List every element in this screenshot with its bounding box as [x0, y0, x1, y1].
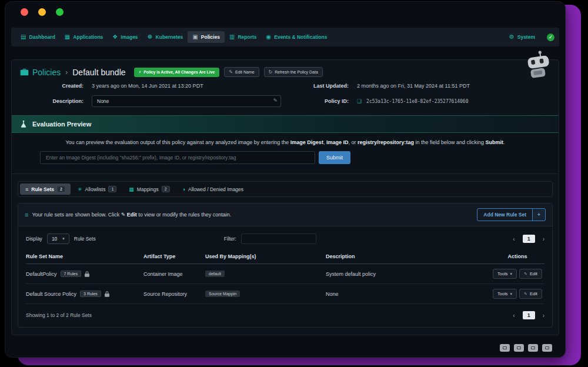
evaluation-preview-header: Evaluation Preview: [12, 115, 559, 133]
filter-input[interactable]: [241, 233, 316, 244]
tab-allowed-denied-label: Allowed / Denied Images: [188, 186, 243, 192]
description-edit-icon[interactable]: ✎: [273, 98, 278, 104]
copy-icon[interactable]: ❏: [357, 98, 362, 104]
display-count-value: 10: [52, 236, 57, 242]
info-text: Your rule sets are shown below. Click ✎ …: [32, 212, 231, 218]
refresh-label: Refresh the Policy Data: [275, 70, 318, 74]
list-icon: ≡: [25, 186, 28, 192]
nav-item-events[interactable]: ◉ Events & Notifications: [262, 31, 332, 43]
rules-count-badge: 3 Rules: [80, 291, 101, 297]
policy-tabs: ≡ Rule Sets 2 ✳ Allowlists 1 ▦ Mappings …: [18, 181, 553, 197]
page-title: Default bundle: [72, 68, 125, 77]
edit-square-icon: ✎: [121, 212, 126, 218]
tab-allowed-denied-images[interactable]: ◑ Allowed / Denied Images: [177, 184, 249, 195]
policy-id-value: 2c53a13c-1765-11e8-82ef-235277614060: [366, 99, 468, 104]
evaluation-preview-title: Evaluation Preview: [32, 121, 91, 128]
edit-name-label: Edit Name: [235, 70, 255, 74]
next-page-icon[interactable]: ›: [543, 312, 544, 319]
rule-sets-table: Rule Set Name Artifact Type Used By Mapp…: [18, 249, 552, 304]
health-check-icon[interactable]: ✓: [547, 34, 554, 41]
policy-id-label: Policy ID:: [285, 98, 349, 104]
footer-widget-icon-4[interactable]: [542, 344, 552, 352]
policies-icon: ▣: [192, 34, 198, 40]
chevron-down-icon: ▾: [510, 292, 513, 296]
image-digest-input[interactable]: [40, 151, 315, 164]
table-controls: Display 10 ▾ Rule Sets Filter: ‹ 1 ›: [18, 226, 552, 249]
breadcrumb-separator: ›: [65, 68, 68, 76]
prev-page-icon[interactable]: ‹: [513, 236, 514, 242]
page-number[interactable]: 1: [523, 235, 535, 243]
tab-mappings[interactable]: ▦ Mappings 2: [123, 184, 175, 195]
col-description: Description: [326, 253, 490, 259]
tools-dropdown-button[interactable]: Tools ▾: [493, 269, 517, 279]
briefcase-icon: [20, 68, 29, 76]
policy-meta: Created: 3 years ago on Mon, 14 Jun 2021…: [12, 82, 559, 115]
rule-set-description: System default policy: [326, 271, 490, 277]
nav-label-images: Images: [121, 34, 138, 40]
nav-item-kubernetes[interactable]: ☸ Kubernetes: [143, 31, 188, 43]
table-footer: Showing 1 to 2 of 2 Rule Sets ‹ 1 ›: [18, 304, 552, 327]
next-page-icon[interactable]: ›: [543, 236, 544, 242]
minimize-button[interactable]: [38, 8, 46, 16]
flask-icon: [20, 120, 27, 128]
kubernetes-icon: ☸: [148, 34, 153, 40]
nav-item-applications[interactable]: ▦ Applications: [60, 31, 108, 43]
description-label: Description:: [20, 98, 83, 104]
page-number[interactable]: 1: [523, 311, 535, 319]
nav-label-dashboard: Dashboard: [29, 34, 55, 40]
add-new-rule-set-button[interactable]: Add New Rule Set +: [477, 208, 546, 221]
footer-widget-icon-3[interactable]: [528, 344, 538, 352]
col-artifact-type: Artifact Type: [143, 253, 205, 259]
rule-set-description: None: [326, 291, 490, 297]
display-count-select[interactable]: 10 ▾: [47, 233, 69, 244]
footer-widget-icon-1[interactable]: [500, 344, 510, 352]
nav-item-images[interactable]: ❖ Images: [108, 31, 142, 43]
mapping-badge: Source Mappin: [205, 291, 240, 297]
tab-rule-sets[interactable]: ≡ Rule Sets 2: [20, 184, 71, 195]
tab-rule-sets-label: Rule Sets: [31, 186, 54, 192]
tab-allowlists-badge: 1: [108, 186, 116, 192]
artifact-type: Source Repository: [143, 291, 205, 297]
nav-item-system[interactable]: ⚙ System: [505, 31, 540, 43]
tab-rule-sets-badge: 2: [57, 186, 65, 192]
zoom-button[interactable]: [56, 8, 64, 16]
refresh-policy-button[interactable]: ↻ Refresh the Policy Data: [264, 67, 323, 77]
policy-panel: Policies › Default bundle ⚡ Policy is Ac…: [11, 59, 559, 335]
lock-icon: [105, 291, 109, 297]
pencil-icon: ✎: [229, 69, 233, 75]
nav-label-policies: Policies: [201, 34, 220, 40]
chevron-down-icon: ▾: [62, 236, 65, 241]
tools-dropdown-button[interactable]: Tools ▾: [493, 289, 517, 299]
nav-item-policies[interactable]: ▣ Policies: [188, 31, 225, 43]
policy-active-badge[interactable]: ⚡ Policy is Active, All Changes Are Live: [134, 68, 220, 77]
mascot-robot-image: [516, 50, 553, 81]
edit-rule-set-button[interactable]: ✎ Edit: [519, 289, 542, 299]
close-button[interactable]: [21, 8, 28, 16]
add-new-rule-set-label: Add New Rule Set: [477, 209, 532, 221]
app-window: ▤ Dashboard ▦ Applications ❖ Images ☸ Ku…: [5, 1, 566, 358]
breadcrumb-policies[interactable]: Policies: [20, 68, 61, 77]
rule-sets-info-bar: ≡ Your rule sets are shown below. Click …: [18, 203, 552, 226]
plus-icon: +: [532, 209, 545, 221]
col-actions: Actions: [490, 253, 544, 259]
submit-button[interactable]: Submit: [319, 151, 350, 164]
policy-header-row: Policies › Default bundle ⚡ Policy is Ac…: [12, 60, 559, 82]
nav-item-reports[interactable]: ▥ Reports: [225, 31, 262, 43]
nav-item-dashboard[interactable]: ▤ Dashboard: [16, 31, 60, 43]
rules-count-badge: 7 Rules: [61, 271, 82, 277]
pagination-bottom: ‹ 1 ›: [513, 311, 544, 319]
edit-rule-set-button[interactable]: ✎ Edit: [519, 269, 542, 279]
asterisk-icon: ✳: [78, 186, 82, 192]
rule-sets-panel: ≡ Your rule sets are shown below. Click …: [18, 203, 553, 328]
edit-name-button[interactable]: ✎ Edit Name: [224, 67, 259, 77]
half-circle-icon: ◑: [182, 186, 185, 192]
applications-icon: ▦: [65, 34, 70, 40]
policy-id-row: Policy ID: ❏ 2c53a13c-1765-11e8-82ef-235…: [285, 95, 550, 107]
list-icon: ≡: [25, 211, 28, 218]
footer-widget-icon-2[interactable]: [514, 344, 524, 352]
evaluation-instructions: You can preview the evaluation output of…: [20, 139, 550, 145]
description-input[interactable]: [92, 95, 281, 107]
gear-icon: ⚙: [509, 34, 514, 40]
prev-page-icon[interactable]: ‹: [513, 312, 514, 319]
tab-allowlists[interactable]: ✳ Allowlists 1: [72, 184, 122, 195]
